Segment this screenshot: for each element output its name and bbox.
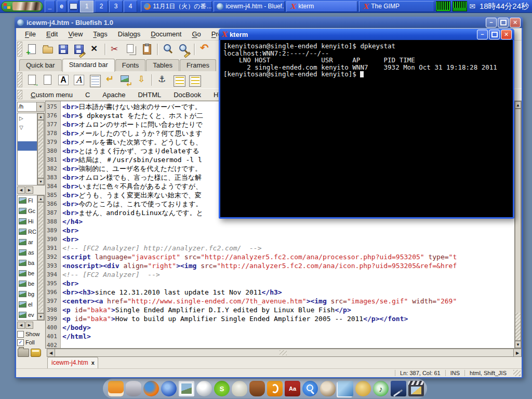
scroll-right-arrow[interactable]: ▶ (25, 322, 33, 329)
mail-icon[interactable]: ✉ (469, 2, 475, 10)
workspace-button-1[interactable]: 1 (80, 1, 94, 12)
file-list-item[interactable]: el (18, 299, 37, 310)
bookmarks-tab-icon[interactable] (31, 349, 41, 357)
scroll-left-arrow[interactable]: ◀ (17, 322, 25, 329)
taskbar-task-button[interactable]: XThe GIMP (359, 1, 434, 12)
minimize-button[interactable]: − (486, 18, 497, 28)
directory-tree-pane[interactable]: ▷ ▽ ▲ ▼ (17, 113, 45, 185)
scroll-up-arrow[interactable]: ▲ (515, 101, 521, 109)
paste-button[interactable] (140, 42, 154, 57)
scrollbar-thumb[interactable] (37, 202, 44, 313)
workspace-button-4[interactable]: 4 (124, 1, 137, 12)
scroll-up-arrow[interactable]: ▲ (37, 195, 44, 202)
toolbar-tab-fonts[interactable]: Fonts (115, 59, 146, 71)
anchor-button[interactable] (155, 73, 170, 87)
tree-row-selected[interactable] (18, 141, 37, 151)
editor-horizontal-scrollbar[interactable]: ◀ ▶ (47, 349, 522, 357)
replace-button[interactable] (177, 42, 191, 57)
resize-grip[interactable] (513, 370, 521, 376)
network-monitor-applet[interactable] (453, 1, 467, 11)
checkbox-icon[interactable] (17, 331, 24, 338)
close-button[interactable]: ✕ (501, 30, 512, 39)
thunderbird-dock-icon[interactable] (161, 381, 177, 396)
download-button[interactable] (134, 73, 149, 87)
menu-document[interactable]: Document (146, 29, 186, 39)
custom-menu-dhtml[interactable]: DHTML (132, 89, 167, 100)
openoffice-dock-icon[interactable] (267, 381, 283, 396)
tree-expander-expanded[interactable]: ▽ (18, 123, 37, 132)
file-list-item[interactable]: ba (18, 258, 37, 268)
display-launcher-button[interactable] (68, 1, 78, 12)
drive-dock-icon[interactable] (108, 381, 124, 396)
file-list-item[interactable]: ev (18, 310, 37, 320)
path-combobox[interactable]: /h ▼ (17, 102, 45, 112)
workspace-button-2[interactable]: 2 (95, 1, 108, 12)
file-list-item[interactable]: Hi (18, 216, 37, 227)
list-ol-button[interactable] (187, 73, 201, 87)
game-controller-dock-icon[interactable] (126, 381, 141, 396)
custom-menu-docbook[interactable]: DocBook (168, 89, 207, 100)
italic-button[interactable]: A (72, 73, 86, 87)
file-list-item[interactable]: as (18, 247, 37, 258)
scroll-down-arrow[interactable]: ▼ (515, 341, 521, 348)
custom-menu-custom-menu[interactable]: Custom menu (25, 89, 78, 100)
toolbar-tab-standard-bar[interactable]: Standard bar (62, 59, 115, 72)
toolbar-tab-quick-bar[interactable]: Quick bar (19, 59, 62, 71)
scroll-down-arrow[interactable]: ▼ (37, 178, 44, 185)
scroll-right-arrow[interactable]: ▶ (513, 349, 521, 356)
editor-vertical-scrollbar[interactable]: ▲ ▼ (514, 101, 522, 349)
file-list-pane[interactable]: FlGcHiRCarasbabebebgelev ▲ ▼ (17, 195, 45, 321)
new-button[interactable] (25, 42, 39, 57)
menu-dialogs[interactable]: Dialogs (113, 29, 145, 39)
toolbar-grip[interactable] (17, 90, 22, 99)
scrollbar-thumb[interactable] (515, 109, 521, 341)
document-tab[interactable]: icewm-j4.htm x (47, 357, 98, 368)
menu-file[interactable]: File (20, 29, 41, 39)
scrollbar-thumb[interactable] (37, 120, 44, 178)
quickstart-button[interactable] (25, 73, 39, 87)
break-button[interactable] (103, 73, 117, 87)
skype-dock-icon[interactable]: S (214, 381, 230, 396)
globe-browser-dock-icon[interactable] (196, 381, 212, 396)
scroll-right-arrow[interactable]: ▶ (25, 187, 33, 194)
file-list-item[interactable]: be (18, 278, 37, 289)
menu-edit[interactable]: Edit (42, 29, 62, 39)
copy-button[interactable] (124, 42, 139, 57)
save-button[interactable] (56, 42, 71, 57)
chevron-down-icon[interactable]: ▼ (37, 102, 45, 112)
taskbar-task-button[interactable]: 11月1日（火）の番... (141, 1, 212, 12)
bold-button[interactable]: A (56, 73, 71, 87)
custom-menu-apache[interactable]: Apache (97, 89, 131, 100)
scroll-left-arrow[interactable]: ◀ (47, 349, 55, 356)
menu-view[interactable]: View (63, 29, 87, 39)
firefox-dock-icon[interactable] (143, 381, 159, 396)
browser-launcher-button[interactable]: e (57, 1, 67, 12)
close-button[interactable] (87, 42, 102, 57)
dictionary-dock-icon[interactable]: Aa (285, 381, 300, 396)
terminal-output[interactable]: [kenyitosan@single-ended kenyito]$ dpkey… (220, 40, 513, 217)
photo-manager-dock-icon[interactable] (338, 381, 353, 396)
file-list-item[interactable]: be (18, 268, 37, 278)
cut-button[interactable] (109, 42, 123, 57)
scrollbar-track[interactable] (55, 349, 513, 356)
menu-go[interactable]: Go (187, 29, 205, 39)
bluefish-titlebar[interactable]: icewm-j4.htm - Bluefish 1.0 − ✕ (15, 17, 523, 28)
movie-player-dock-icon[interactable] (408, 381, 424, 396)
file-list-item[interactable]: Gc (18, 206, 37, 216)
file-list-scrollbar[interactable]: ▲ ▼ (37, 195, 44, 320)
search-dock-icon[interactable] (302, 381, 318, 396)
undo-button[interactable] (198, 42, 212, 57)
checkbox-show[interactable]: Show (17, 330, 45, 338)
notebook-dock-icon[interactable] (391, 381, 406, 396)
cpu-monitor-applet[interactable] (436, 1, 450, 11)
toolbar-tab-tables[interactable]: Tables (146, 59, 179, 71)
maximize-button[interactable] (489, 30, 500, 39)
toolbar-grip[interactable] (17, 42, 22, 57)
maximize-button[interactable] (498, 18, 509, 28)
show-desktop-button[interactable]: _ (45, 1, 55, 12)
tab-close-icon[interactable]: x (91, 360, 95, 366)
file-list-item[interactable]: bg (18, 289, 37, 299)
list-ul-button[interactable] (171, 73, 185, 87)
checkbox-foll[interactable]: ✓Foll (17, 338, 45, 347)
gold-tool-dock-icon[interactable] (355, 381, 371, 396)
